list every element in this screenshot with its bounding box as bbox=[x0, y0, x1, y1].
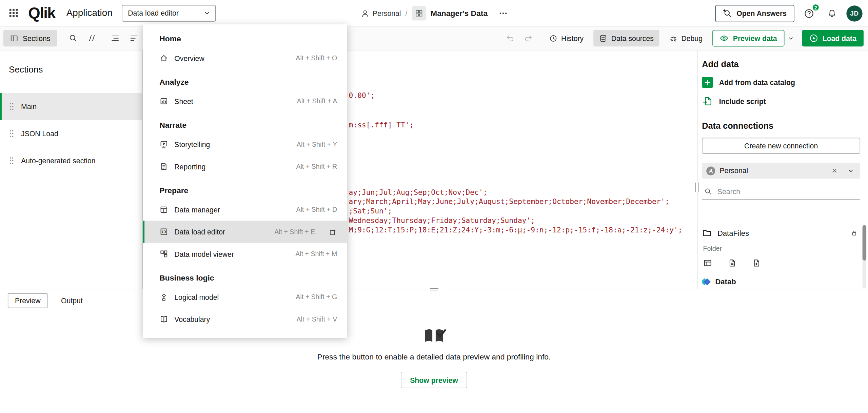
sections-toggle-button[interactable]: Sections bbox=[3, 30, 57, 46]
connector-logo-icon bbox=[702, 279, 710, 284]
search-icon bbox=[704, 187, 712, 195]
add-from-catalog-button[interactable]: Add from data catalog bbox=[702, 77, 860, 88]
space-filter-dropdown[interactable]: Personal bbox=[702, 163, 860, 179]
book-check-icon bbox=[422, 328, 446, 346]
qlik-logo: Qlik bbox=[28, 4, 55, 22]
drag-handle-icon[interactable] bbox=[9, 102, 14, 110]
code-line: Wednesday;Thursday;Friday;Saturday;Sunda… bbox=[349, 216, 535, 225]
menu-item-logical-model[interactable]: Logical model Alt + Shift + G bbox=[143, 286, 347, 308]
section-item-label: JSON Load bbox=[21, 129, 58, 138]
menu-item-shortcut: Alt + Shift + A bbox=[297, 97, 337, 105]
drag-handle-icon[interactable] bbox=[9, 129, 14, 138]
app-more-menu-button[interactable] bbox=[495, 5, 511, 21]
app-launcher-button[interactable] bbox=[3, 2, 24, 23]
redo-button[interactable] bbox=[519, 30, 538, 46]
notification-badge: 2 bbox=[811, 3, 820, 12]
data-connections-title: Data connections bbox=[702, 121, 860, 131]
drag-handle-icon[interactable] bbox=[9, 157, 14, 165]
plus-icon bbox=[702, 77, 713, 88]
connection-datafiles[interactable]: DataFiles bbox=[702, 225, 859, 241]
open-new-tab-icon[interactable] bbox=[329, 228, 337, 236]
menu-item-label: Storytelling bbox=[174, 140, 210, 148]
indent-button[interactable] bbox=[106, 30, 125, 46]
connection-partial[interactable]: Datab bbox=[702, 278, 859, 286]
preview-data-button[interactable]: Preview data bbox=[712, 30, 784, 46]
sections-panel: Sections Main JSON Load Auto-generated s… bbox=[0, 50, 143, 289]
code-line: ;Sat;Sun'; bbox=[349, 206, 392, 216]
chevron-down-icon[interactable] bbox=[845, 165, 857, 177]
menu-item-sheet[interactable]: Sheet Alt + Shift + A bbox=[143, 90, 347, 112]
search-script-button[interactable] bbox=[64, 30, 83, 46]
storytelling-icon bbox=[159, 140, 168, 149]
section-list: Main JSON Load Auto-generated section bbox=[0, 93, 142, 174]
menu-item-label: Overview bbox=[174, 54, 204, 62]
connection-name: Datab bbox=[715, 278, 736, 286]
debug-button[interactable]: Debug bbox=[664, 30, 708, 46]
script-icon[interactable] bbox=[727, 258, 737, 268]
connections-scrollbar[interactable] bbox=[863, 225, 866, 288]
app-thumbnail-icon[interactable] bbox=[412, 6, 426, 20]
include-script-button[interactable]: Include script bbox=[702, 96, 860, 107]
undo-button[interactable] bbox=[500, 30, 519, 46]
menu-item-data-load-editor[interactable]: Data load editor Alt + Shift + E bbox=[143, 221, 347, 243]
user-avatar[interactable]: JD bbox=[846, 5, 862, 21]
menu-item-data-model-viewer[interactable]: Data model viewer Alt + Shift + M bbox=[143, 243, 347, 265]
open-answers-button[interactable]: Open Answers bbox=[715, 5, 794, 22]
add-data-icon[interactable] bbox=[752, 258, 761, 268]
product-label: Application bbox=[66, 7, 113, 19]
view-selector-dropdown[interactable]: Data load editor bbox=[122, 5, 216, 21]
menu-item-label: Vocabulary bbox=[174, 315, 210, 323]
preview-tab[interactable]: Preview bbox=[8, 293, 48, 308]
open-answers-label: Open Answers bbox=[736, 9, 787, 17]
undo-icon bbox=[505, 34, 514, 43]
scrollbar-thumb[interactable] bbox=[863, 225, 866, 260]
code-line: ay;Jun;Jul;Aug;Sep;Oct;Nov;Dec'; bbox=[349, 187, 488, 197]
menu-item-storytelling[interactable]: Storytelling Alt + Shift + Y bbox=[143, 133, 347, 155]
connections-search-input[interactable] bbox=[716, 187, 858, 196]
horizontal-resize-handle[interactable] bbox=[427, 286, 440, 292]
create-connection-button[interactable]: Create new connection bbox=[702, 138, 860, 154]
chevron-down-icon bbox=[787, 35, 794, 42]
menu-item-label: Data model viewer bbox=[174, 250, 234, 258]
app-name: Manager's Data bbox=[431, 9, 488, 18]
clear-filter-button[interactable] bbox=[828, 165, 840, 177]
load-data-button[interactable]: Load data bbox=[802, 30, 864, 46]
show-preview-button[interactable]: Show preview bbox=[400, 372, 467, 388]
data-sources-button[interactable]: Data sources bbox=[594, 30, 659, 46]
sections-toggle-label: Sections bbox=[23, 34, 50, 42]
data-model-viewer-icon bbox=[159, 249, 168, 258]
section-item-main[interactable]: Main bbox=[0, 93, 142, 120]
menu-group-title: Home bbox=[143, 28, 347, 47]
table-icon[interactable] bbox=[703, 258, 712, 268]
menu-item-data-manager[interactable]: Data manager Alt + Shift + D bbox=[143, 199, 347, 221]
menu-item-shortcut: Alt + Shift + V bbox=[296, 315, 337, 323]
menu-item-overview[interactable]: Overview Alt + Shift + O bbox=[143, 47, 347, 69]
play-circle-icon bbox=[809, 34, 818, 43]
section-item-json-load[interactable]: JSON Load bbox=[0, 120, 142, 147]
app-launcher-icon bbox=[8, 8, 18, 18]
panel-resize-handle[interactable] bbox=[695, 183, 699, 192]
logical-model-icon bbox=[159, 293, 168, 302]
menu-item-reporting[interactable]: Reporting Alt + Shift + R bbox=[143, 156, 347, 178]
output-tab[interactable]: Output bbox=[61, 296, 83, 305]
connection-name: DataFiles bbox=[717, 229, 749, 237]
connections-search bbox=[702, 184, 860, 200]
breadcrumb-separator: / bbox=[406, 9, 408, 17]
menu-group-title: Analyze bbox=[143, 69, 347, 90]
menu-item-vocabulary[interactable]: Vocabulary Alt + Shift + V bbox=[143, 308, 347, 330]
data-manager-icon bbox=[159, 205, 168, 214]
preview-data-caret-button[interactable] bbox=[784, 30, 797, 46]
data-load-editor-icon bbox=[159, 227, 168, 236]
qlik-data-load-editor: Qlik Application Data load editor Person… bbox=[0, 0, 868, 413]
wrap-text-button[interactable] bbox=[124, 30, 143, 46]
history-button[interactable]: History bbox=[544, 30, 589, 46]
section-item-auto-generated[interactable]: Auto-generated section bbox=[0, 147, 142, 174]
notifications-button[interactable] bbox=[823, 4, 841, 22]
comment-button[interactable] bbox=[82, 30, 101, 46]
menu-item-shortcut: Alt + Shift + Y bbox=[297, 141, 337, 148]
bottom-tabs: Preview Output bbox=[8, 293, 83, 308]
breadcrumb-space[interactable]: Personal bbox=[361, 9, 401, 17]
menu-item-shortcut: Alt + Shift + G bbox=[296, 293, 337, 301]
menu-group-title: Prepare bbox=[143, 178, 347, 199]
connections-list: DataFiles Folder Datab bbox=[702, 221, 859, 289]
